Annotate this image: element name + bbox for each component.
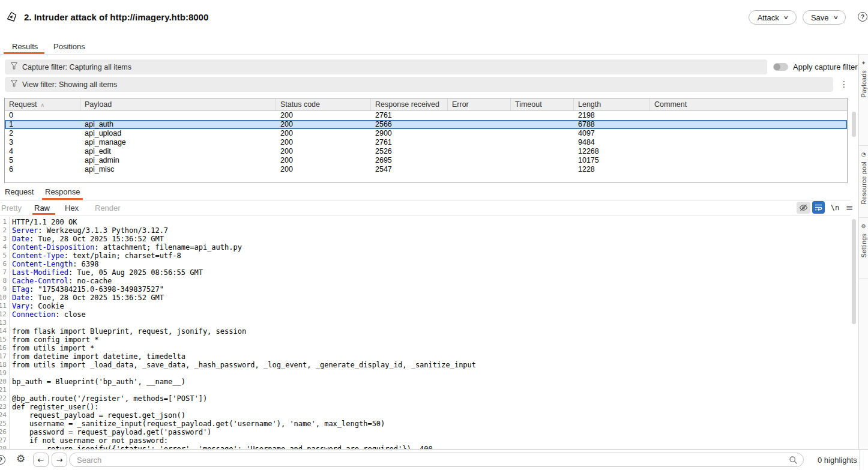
col-header-received[interactable]: Response received (371, 98, 448, 110)
line-number: 9 (0, 285, 7, 294)
line-number: 17 (0, 352, 7, 361)
tab-positions[interactable]: Positions (53, 42, 85, 51)
table-body: 0200276121981api_auth200256667882api_upl… (5, 111, 847, 174)
save-button[interactable]: Save ∨ (803, 10, 846, 25)
search-input[interactable] (70, 453, 803, 466)
search-settings-gear-icon[interactable]: ⚙ (16, 453, 25, 465)
apply-capture-toggle[interactable] (773, 63, 788, 71)
page-title: 2. Intruder attack of http://imagery.htb… (24, 12, 208, 22)
editor-menu-icon[interactable]: ≡ (844, 202, 855, 214)
cell-payload: api_edit (80, 147, 276, 156)
cell-comment (650, 147, 847, 156)
col-header-length[interactable]: Length (574, 98, 650, 110)
table-row[interactable]: 3api_manage20027619484 (5, 138, 847, 147)
editor-line: 14from flask import Blueprint, request, … (0, 327, 851, 336)
help-icon[interactable]: ? (0, 455, 5, 465)
table-row[interactable]: 6api_misc20025471228 (5, 165, 847, 174)
editor-line: 13 (0, 319, 851, 327)
tab-request[interactable]: Request (5, 187, 34, 196)
col-header-error[interactable]: Error (448, 98, 511, 110)
side-tab-label: Resource pool (860, 161, 867, 205)
editor-line: 6Content-Length: 6398 (0, 260, 851, 268)
table-row[interactable]: 020027612198 (5, 111, 847, 120)
view-tab-raw[interactable]: Raw (34, 203, 50, 212)
table-row[interactable]: 2api_upload20029004097 (5, 129, 847, 138)
line-number: 10 (0, 294, 7, 302)
line-text: password = request_payload.get('password… (7, 428, 211, 436)
line-number: 25 (0, 420, 7, 428)
line-text: username = _sanitize_input(request_paylo… (7, 420, 385, 428)
table-row[interactable]: 1api_auth20025666788 (5, 120, 847, 129)
editor-line: 11Vary: Cookie (0, 302, 851, 310)
editor-line: 26 password = request_payload.get('passw… (0, 428, 851, 436)
resource-pool-icon: ◔ (861, 151, 866, 157)
capture-filter-bar[interactable]: Capture filter: Capturing all items (5, 59, 767, 74)
cell-status: 200 (276, 111, 371, 120)
editor-scrollbar[interactable] (852, 219, 856, 324)
cell-error (448, 156, 511, 165)
col-header-timeout[interactable]: Timeout (511, 98, 574, 110)
line-number: 3 (0, 235, 7, 243)
editor-line: 8Cache-Control: no-cache (0, 277, 851, 285)
filter-funnel-icon (11, 62, 17, 71)
col-header-request[interactable]: Request∧ (5, 98, 80, 110)
tab-response[interactable]: Response (45, 187, 80, 196)
line-number: 7 (0, 268, 7, 277)
editor-line: 18from utils import _load_data, _save_da… (0, 361, 851, 369)
cell-status: 200 (276, 147, 371, 156)
cell-timeout (511, 129, 574, 138)
line-text: def register_user(): (7, 403, 99, 411)
editor-line: 24 request_payload = request.get_json() (0, 411, 851, 420)
payloads-icon: ✦ (861, 60, 866, 66)
line-number: 28 (0, 445, 7, 449)
view-filter-bar[interactable]: View filter: Showing all items (5, 77, 833, 92)
side-tab-label: Settings (860, 233, 867, 258)
line-text: ETag: "1754384215.0-6398-349837527" (7, 285, 164, 294)
next-match-button[interactable]: → (52, 453, 67, 467)
line-text: from flask import Blueprint, request, js… (7, 327, 246, 336)
cell-timeout (511, 147, 574, 156)
response-editor[interactable]: 1HTTP/1.1 200 OK2Server: Werkzeug/3.1.3 … (0, 217, 851, 449)
view-tab-render[interactable]: Render (95, 203, 121, 212)
editor-line: 2Server: Werkzeug/3.1.3 Python/3.12.7 (0, 226, 851, 235)
attack-button[interactable]: Attack ∨ (749, 10, 797, 25)
nonprintable-chars-icon[interactable]: \n (830, 202, 840, 214)
more-options-icon[interactable]: ⋮ (840, 77, 848, 92)
highlights-count: 0 highlights (818, 450, 857, 470)
table-scrollbar[interactable] (852, 112, 856, 137)
col-header-comment[interactable]: Comment (650, 98, 847, 110)
prev-match-button[interactable]: ← (33, 453, 49, 467)
cell-request: 6 (5, 165, 80, 174)
view-tab-hex[interactable]: Hex (65, 203, 79, 212)
search-icon (789, 456, 798, 466)
side-panel: ✦Payloads◔Resource pool⚙Settings (858, 55, 868, 449)
side-tab-resource-pool[interactable]: ◔Resource pool (859, 146, 868, 218)
line-number: 27 (0, 436, 7, 445)
side-tab-payloads[interactable]: ✦Payloads (859, 55, 868, 146)
cell-timeout (511, 156, 574, 165)
word-wrap-icon[interactable] (812, 201, 825, 214)
side-tab-settings[interactable]: ⚙Settings (859, 218, 868, 279)
cell-payload: api_upload (80, 129, 276, 138)
table-row[interactable]: 5api_admin200269510175 (5, 156, 847, 165)
eye-off-icon[interactable] (797, 202, 810, 214)
editor-line: 22@bp_auth.route('/register', methods=['… (0, 394, 851, 403)
back-button[interactable] (5, 11, 18, 24)
table-header-row: Request∧ Payload Status code Response re… (5, 98, 847, 111)
line-number: 21 (0, 386, 7, 394)
line-text: Last-Modified: Tue, 05 Aug 2025 08:56:55… (7, 268, 203, 277)
chevron-down-icon: ∨ (833, 14, 838, 20)
table-row[interactable]: 4api_edit200252612268 (5, 147, 847, 156)
col-header-payload[interactable]: Payload (80, 98, 276, 110)
side-tab-label: Payloads (860, 70, 867, 98)
line-number: 14 (0, 327, 7, 336)
view-tab-pretty[interactable]: Pretty (1, 203, 22, 212)
search-field (69, 453, 804, 467)
help-icon[interactable]: ? (858, 12, 867, 22)
tabs-divider (0, 54, 868, 55)
view-tabs-divider (0, 215, 851, 215)
tab-results[interactable]: Results (12, 42, 38, 51)
view-filter-label: View filter: Showing all items (22, 80, 117, 89)
line-text: from utils import * (7, 344, 94, 352)
col-header-status[interactable]: Status code (276, 98, 371, 110)
